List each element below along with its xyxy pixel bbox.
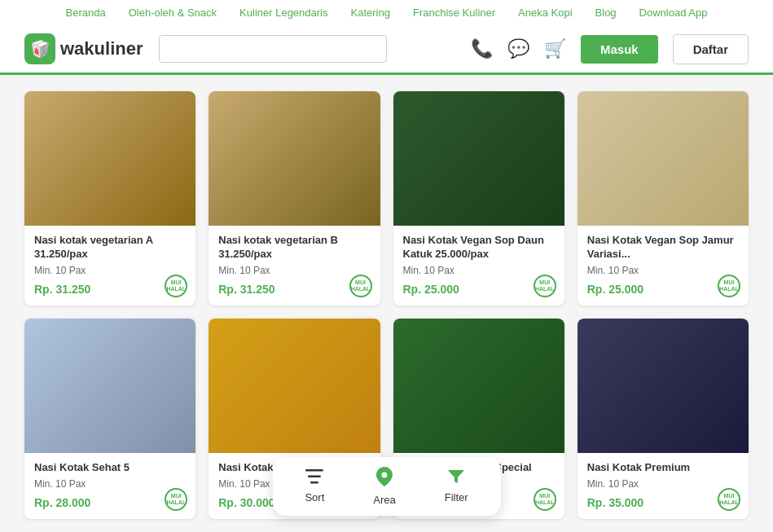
topnav-item-kuliner-legendaris[interactable]: Kuliner Legendaris bbox=[239, 7, 327, 19]
topnav-item-franchise-kuliner[interactable]: Franchise Kuliner bbox=[413, 7, 495, 19]
halal-badge: MUIHALAL bbox=[165, 275, 187, 297]
halal-badge: MUIHALAL bbox=[349, 275, 372, 297]
filter-button[interactable]: Filter bbox=[445, 469, 468, 503]
topnav-item-blog[interactable]: Blog bbox=[595, 7, 617, 19]
logo-icon: 🥡 bbox=[24, 33, 55, 64]
sort-icon bbox=[305, 469, 323, 488]
product-title: Nasi kotak vegetarian A 31.250/pax bbox=[34, 234, 186, 262]
product-card[interactable]: Nasi kotak vegetarian B 31.250/pax Min. … bbox=[209, 91, 380, 306]
product-image bbox=[209, 91, 380, 226]
product-image bbox=[24, 319, 195, 453]
product-grid: Nasi kotak vegetarian A 31.250/pax Min. … bbox=[24, 91, 749, 519]
product-price: Rp. 28.000 bbox=[34, 496, 186, 509]
product-card[interactable]: Nasi Kotak Sehat 5 Min. 10 Pax Rp. 28.00… bbox=[24, 319, 195, 519]
search-input[interactable] bbox=[159, 35, 387, 63]
halal-badge: MUIHALAL bbox=[718, 275, 740, 297]
svg-rect-0 bbox=[305, 469, 323, 472]
header: 🥡 wakuliner 📞 💬 🛒 Masuk Daftar bbox=[0, 25, 773, 75]
halal-badge: MUIHALAL bbox=[534, 488, 556, 511]
product-title: Nasi Kotak Vegan Sop Jamur Variasi... bbox=[587, 234, 739, 262]
product-min: Min. 10 Pax bbox=[34, 478, 186, 490]
product-card-body: Nasi Kotak Sehat 5 Min. 10 Pax Rp. 28.00… bbox=[24, 453, 195, 519]
topnav-item-oleh-oleh---snack[interactable]: Oleh-oleh & Snack bbox=[129, 7, 217, 19]
product-card-body: Nasi Kotak Vegan Sop Jamur Variasi... Mi… bbox=[578, 226, 749, 306]
daftar-button[interactable]: Daftar bbox=[673, 34, 749, 64]
product-card[interactable]: Nasi kotak vegetarian A 31.250/pax Min. … bbox=[24, 91, 195, 306]
product-title: Nasi Kotak Sehat 5 bbox=[34, 461, 186, 475]
product-image bbox=[24, 91, 195, 226]
product-title: Nasi kotak vegetarian B 31.250/pax bbox=[218, 234, 370, 262]
area-button[interactable]: Area bbox=[373, 467, 395, 506]
product-card-body: Nasi kotak vegetarian A 31.250/pax Min. … bbox=[24, 226, 195, 306]
filter-icon bbox=[447, 469, 465, 488]
product-image bbox=[393, 319, 564, 453]
topnav-item-aneka-kopi[interactable]: Aneka Kopi bbox=[518, 7, 573, 19]
whatsapp-icon[interactable]: 💬 bbox=[507, 38, 529, 59]
product-price: Rp. 31.250 bbox=[34, 283, 186, 296]
halal-badge: MUIHALAL bbox=[718, 488, 740, 511]
product-price: Rp. 25.000 bbox=[587, 283, 739, 296]
product-title: Nasi Kotak Premium bbox=[587, 461, 739, 475]
product-price: Rp. 31.250 bbox=[218, 283, 370, 296]
topnav-item-beranda[interactable]: Beranda bbox=[66, 7, 106, 19]
cart-icon[interactable]: 🛒 bbox=[544, 38, 566, 59]
topnav-item-katering[interactable]: Katering bbox=[351, 7, 390, 19]
halal-badge: MUIHALAL bbox=[165, 488, 187, 511]
product-min: Min. 10 Pax bbox=[587, 478, 739, 490]
filter-label: Filter bbox=[445, 491, 468, 503]
product-price: Rp. 25.000 bbox=[403, 283, 555, 296]
product-min: Min. 10 Pax bbox=[218, 265, 370, 276]
sort-label: Sort bbox=[305, 491, 324, 503]
logo-text: wakuliner bbox=[60, 38, 143, 59]
area-label: Area bbox=[373, 494, 395, 506]
logo[interactable]: 🥡 wakuliner bbox=[24, 33, 143, 64]
product-min: Min. 10 Pax bbox=[587, 265, 739, 276]
bottom-bar: Sort Area Filter bbox=[272, 457, 500, 516]
product-image bbox=[393, 91, 564, 226]
product-card[interactable]: Nasi Kotak Vegan Sop Daun Katuk 25.000/p… bbox=[393, 91, 564, 306]
topnav-item-download-app[interactable]: Download App bbox=[639, 7, 708, 19]
product-min: Min. 10 Pax bbox=[34, 265, 186, 276]
sort-button[interactable]: Sort bbox=[305, 469, 324, 503]
masuk-button[interactable]: Masuk bbox=[581, 35, 658, 64]
product-card-body: Nasi Kotak Premium Min. 10 Pax Rp. 35.00… bbox=[578, 453, 749, 519]
halal-badge: MUIHALAL bbox=[534, 275, 556, 297]
product-card[interactable]: Nasi Kotak Premium Min. 10 Pax Rp. 35.00… bbox=[578, 319, 749, 519]
area-icon bbox=[376, 467, 393, 490]
product-card-body: Nasi kotak vegetarian B 31.250/pax Min. … bbox=[209, 226, 380, 306]
product-min: Min. 10 Pax bbox=[403, 265, 555, 276]
product-image bbox=[578, 91, 749, 226]
top-nav: BerandaOleh-oleh & SnackKuliner Legendar… bbox=[0, 0, 773, 25]
product-card[interactable]: Nasi Kotak Vegan Sop Jamur Variasi... Mi… bbox=[578, 91, 749, 306]
phone-icon[interactable]: 📞 bbox=[471, 38, 493, 59]
product-image bbox=[578, 319, 749, 453]
header-icons: 📞 💬 🛒 Masuk Daftar bbox=[471, 34, 749, 64]
svg-rect-2 bbox=[310, 481, 318, 484]
product-title: Nasi Kotak Vegan Sop Daun Katuk 25.000/p… bbox=[403, 234, 555, 262]
product-image bbox=[209, 319, 380, 453]
product-price: Rp. 35.000 bbox=[587, 496, 739, 509]
svg-point-3 bbox=[381, 473, 387, 478]
svg-rect-1 bbox=[308, 476, 321, 478]
product-card-body: Nasi Kotak Vegan Sop Daun Katuk 25.000/p… bbox=[393, 226, 564, 306]
